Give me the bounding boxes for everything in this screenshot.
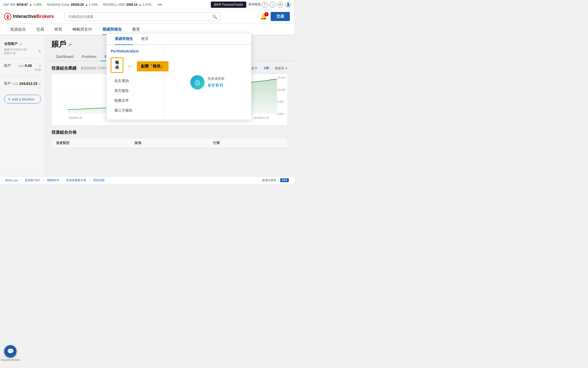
add-shortcut-label: Add a Shortcut xyxy=(12,97,34,101)
filter-7d[interactable]: 7天 xyxy=(197,65,205,71)
navigation: 投資組合 交易 研究 轉帳與支付 業績與報告 教育 xyxy=(0,24,294,35)
filter-ytd[interactable]: 本年迄今 xyxy=(243,65,259,71)
page-title: 賬戶 xyxy=(52,39,66,49)
trade-button[interactable]: 交易 xyxy=(271,12,290,21)
logo-interactive: Interactive xyxy=(13,14,36,19)
no-baseline-select[interactable]: 無基準 ▼ xyxy=(275,66,288,71)
ticker-russell-name: RUSSELL 1000 xyxy=(103,3,125,6)
footer-investor-market[interactable]: 投資者服務市場 xyxy=(66,178,86,182)
dist-col-asset: 資產類型 xyxy=(52,138,130,148)
external-link-icon[interactable]: ↗ xyxy=(68,43,72,47)
refresh-icon[interactable]: ↻ xyxy=(38,50,41,53)
nav-portfolio[interactable]: 投資組合 xyxy=(5,24,31,35)
nav-research[interactable]: 研究 xyxy=(49,24,67,35)
footer-system-status[interactable]: 系統狀態 xyxy=(93,178,104,182)
dist-title: 投資組合分佈 xyxy=(52,130,288,135)
y-label-10: 10.0% xyxy=(277,88,285,91)
user-icon[interactable]: 👤 xyxy=(285,2,291,8)
help-button[interactable]: 尋求幫助 ? xyxy=(248,2,268,8)
account-1-row: 賬戶 USD 0.00 ∨ xyxy=(4,63,41,68)
content-area: 賬戶 ↗ Dashboard Positions Performance Bal… xyxy=(45,35,294,176)
y-label-0: 0.0% xyxy=(277,112,285,115)
ticker-bar: S&P 500 6038.87 ▲ 1.08% NASDAQ Comp 2002… xyxy=(0,0,294,9)
ticker-sp500-value: 6038.87 xyxy=(17,3,28,6)
chart-svg: 2024年1月 2024年3月 2024年5月 2024年7月 2024年9月 … xyxy=(52,74,288,125)
account-header: 賬戶 ↗ xyxy=(45,35,294,52)
time-filters: 7天 本月迄今 1個月 本年迄今 1年 xyxy=(197,65,271,71)
tab-performance[interactable]: Performance xyxy=(101,52,131,61)
nav-trade[interactable]: 交易 xyxy=(31,24,49,35)
forecast-trader-button[interactable]: IBKR ForecastTrader xyxy=(211,2,246,8)
sidebar-account-2: 賬戶 USD 104,613.15 ∨ — xyxy=(0,79,45,92)
svg-rect-1 xyxy=(7,17,9,19)
nav-transfer[interactable]: 轉帳與支付 xyxy=(67,24,97,35)
as-of-label: 截至下午04:37:00 [GMT+8] xyxy=(4,48,37,55)
svg-text:2024年5月: 2024年5月 xyxy=(144,116,158,119)
filter-1m[interactable]: 1個月 xyxy=(228,65,240,71)
ticker-nasdaq-name: NASDAQ Comp xyxy=(47,3,69,6)
sidebar: 全部賬戶 👁 截至下午04:37:00 [GMT+8] ↻ 賬戶 USD 0.0… xyxy=(0,35,45,176)
ticker-right: IBKR ForecastTrader 尋求幫助 ? ⌕ ✉ 👤 xyxy=(211,2,291,8)
add-shortcut-button[interactable]: + Add a Shortcut xyxy=(4,95,41,104)
ticker-russell: RUSSELL 1000 3306.14 ▲ 1.07% xyxy=(103,3,151,6)
filter-mtd[interactable]: 本月迄今 xyxy=(208,65,225,71)
chart-y-labels: 15.0% 10.0% 5.0% 0.0% xyxy=(277,74,285,118)
ticker-sp500-change: ▲ 1.08% xyxy=(29,3,42,6)
footer-right: 數據供應商： GFS xyxy=(262,178,289,182)
performance-chart: 15.0% 10.0% 5.0% 0.0% 2024年1月 2024年3月 20… xyxy=(52,74,288,126)
account-1-currency: USD xyxy=(18,64,24,67)
ticker-nasdaq: NASDAQ Comp 20029.20 ▲ 1.34% xyxy=(47,3,98,6)
search-icon[interactable]: ⌕ xyxy=(270,2,275,8)
svg-text:2024年11月: 2024年11月 xyxy=(254,116,269,119)
tab-balances[interactable]: Balances xyxy=(131,52,155,61)
account-1-chevron[interactable]: ∨ xyxy=(39,64,41,67)
notification-badge: 4 xyxy=(264,12,269,16)
search-input[interactable] xyxy=(64,12,220,21)
logo-icon xyxy=(4,13,11,20)
y-label-5: 5.0% xyxy=(277,100,285,103)
account-1-amount: 0.00 xyxy=(25,64,32,68)
chart-header: 投資組合業績 累積回報率 (TWR) 7天 本月迄今 1個月 本年迄今 1年 無… xyxy=(52,65,288,71)
account-2-sub: — xyxy=(4,86,41,90)
ticker-sp500: S&P 500 6038.87 ▲ 1.08% xyxy=(3,3,42,6)
chart-section: 投資組合業績 累積回報率 (TWR) 7天 本月迄今 1個月 本年迄今 1年 無… xyxy=(45,61,294,153)
notification-bell[interactable]: 🔔 4 xyxy=(260,13,267,20)
ticker-sp500-name: S&P 500 xyxy=(3,3,15,6)
ticker-nasdaq-value: 20029.20 xyxy=(71,3,84,6)
dist-col-industry: 行業 xyxy=(209,138,288,148)
sidebar-all-accounts: 全部賬戶 👁 截至下午04:37:00 [GMT+8] ↻ xyxy=(0,39,45,56)
chart-title: 投資組合業績 xyxy=(52,66,76,71)
footer-ibkr-com[interactable]: IBKR.com xyxy=(5,179,18,182)
header-right: 🔔 4 交易 xyxy=(260,12,290,21)
footer-mobile-ibkr[interactable]: 移動IBKR xyxy=(47,178,59,182)
header: InteractiveBrokers 🔍 🔔 4 交易 xyxy=(0,9,294,24)
sidebar-account-1: 賬戶 USD 0.00 ∨ 0.00 xyxy=(0,61,45,74)
mail-icon[interactable]: ✉ xyxy=(277,2,283,8)
tab-dashboard[interactable]: Dashboard xyxy=(52,52,78,61)
search-button[interactable]: 🔍 xyxy=(212,14,217,19)
help-label: 尋求幫助 xyxy=(248,2,261,7)
account-2-label: 賬戶 xyxy=(4,81,11,86)
tab-positions[interactable]: Positions xyxy=(78,52,101,61)
logo: InteractiveBrokers xyxy=(4,13,54,20)
chevron-down-icon: ▼ xyxy=(285,67,288,70)
hide-icon[interactable]: 👁 xyxy=(19,42,23,46)
account-1-label: 賬戶 xyxy=(4,63,11,68)
nav-education[interactable]: 教育 xyxy=(127,24,145,35)
sidebar-divider-1 xyxy=(0,58,45,59)
footer-tws-desktop[interactable]: 桌面版TWS xyxy=(25,178,40,182)
account-2-chevron[interactable]: ∨ xyxy=(39,82,41,85)
dist-col-block: 板塊 xyxy=(130,138,209,148)
content-tabs: Dashboard Positions Performance Balances xyxy=(45,52,294,61)
help-icon[interactable]: ? xyxy=(262,2,268,8)
footer: IBKR.com | 桌面版TWS | 移動IBKR | 投資者服務市場 | 系… xyxy=(0,176,294,184)
dist-table: 資產類型 板塊 行業 xyxy=(52,138,288,148)
data-provider-label: 數據供應商： xyxy=(262,178,279,182)
nav-performance[interactable]: 業績與報告 xyxy=(97,24,127,35)
account-2-currency: USD xyxy=(12,82,18,85)
svg-text:2024年3月: 2024年3月 xyxy=(105,116,119,119)
y-label-15: 15.0% xyxy=(277,76,285,79)
ticker-more-button[interactable]: ••• xyxy=(158,2,162,7)
ticker-russell-value: 3306.14 xyxy=(126,3,137,6)
filter-1y[interactable]: 1年 xyxy=(262,65,271,71)
